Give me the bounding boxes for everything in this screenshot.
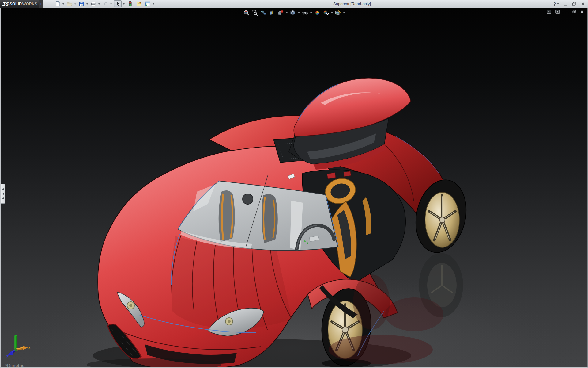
gullwing-door-skin: [294, 78, 411, 136]
viewport-3d-scene[interactable]: [1, 8, 587, 367]
view-orientation-button[interactable]: [289, 9, 297, 17]
expand-pane-arrow-icon: [2, 197, 4, 199]
open-dropdown-caret-icon[interactable]: [74, 3, 76, 5]
expand-pane-arrow-icon: [2, 188, 4, 190]
window-controls: ?: [553, 0, 585, 8]
new-document-icon: [54, 1, 61, 7]
pane-left-icon: [547, 10, 551, 14]
file-properties-button[interactable]: [135, 0, 142, 7]
restore-icon: [572, 2, 576, 6]
app-minimize-button[interactable]: [564, 2, 567, 6]
graphics-area[interactable]: X Z *Dimetric: [0, 8, 588, 368]
view-settings-caret-icon[interactable]: [343, 12, 345, 13]
standard-toolbar: [53, 0, 155, 8]
view-settings-icon: [335, 10, 341, 16]
document-title: Supercar [Read-only]: [333, 2, 371, 6]
new-button[interactable]: [54, 0, 64, 7]
edit-appearance-ball-icon: [314, 10, 321, 16]
zoom-to-fit-button[interactable]: [242, 9, 250, 17]
select-dropdown-caret-icon[interactable]: [123, 3, 125, 5]
help-icon: ?: [553, 2, 556, 6]
rollbar-mount-right: [344, 171, 351, 177]
save-dropdown-caret-icon[interactable]: [86, 3, 88, 5]
apply-scene-caret-icon[interactable]: [331, 12, 333, 13]
rebuild-traffic-light-icon: [126, 1, 134, 7]
view-settings-button[interactable]: [334, 9, 342, 17]
triad-x-label: X: [28, 346, 31, 350]
solidworks-logo-mark-icon: ƷS: [2, 2, 8, 6]
save-floppy-icon: [78, 1, 85, 7]
display-style-glasses-icon: [302, 10, 308, 16]
save-button[interactable]: [78, 0, 88, 7]
logo-text-bold: SOLID: [9, 2, 22, 6]
logo-text-light: WORKS: [22, 2, 37, 6]
expand-pane-arrow-icon: [2, 193, 4, 195]
apply-scene-button[interactable]: [322, 9, 330, 17]
doc-minimize-button[interactable]: [564, 10, 568, 14]
doc-restore-icon: [572, 10, 576, 14]
doc-restore-button[interactable]: [572, 10, 576, 14]
display-style-caret-icon[interactable]: [310, 12, 312, 13]
zoom-to-fit-icon: [243, 10, 250, 16]
print-icon: [90, 1, 97, 7]
options-list-icon: [144, 1, 151, 7]
document-window-controls: [547, 10, 584, 14]
app-close-button[interactable]: [581, 2, 585, 6]
solidworks-logo: ƷS SOLID WORKS: [0, 0, 39, 8]
open-button[interactable]: [66, 0, 76, 7]
options-dropdown-caret-icon[interactable]: [153, 3, 154, 5]
doc-minimize-icon: [564, 10, 568, 14]
select-cursor-icon: [114, 0, 122, 7]
triad-z-label: Z: [6, 355, 9, 359]
titlebar: ƷS SOLID WORKS ▸: [0, 0, 588, 8]
menu-flyout-arrow[interactable]: ▸: [39, 0, 43, 8]
section-view-icon: [269, 10, 275, 16]
print-button[interactable]: [90, 0, 100, 7]
collapse-left-pane-button[interactable]: [547, 10, 551, 14]
open-folder-icon: [66, 1, 73, 7]
zoom-to-area-button[interactable]: [251, 9, 259, 17]
new-dropdown-caret-icon[interactable]: [62, 3, 64, 5]
reference-triad: X Z: [5, 333, 31, 359]
annotation-views-button[interactable]: [277, 9, 285, 17]
select-button[interactable]: [114, 0, 125, 7]
section-view-button[interactable]: [268, 9, 276, 17]
rebuild-button[interactable]: [126, 0, 134, 7]
print-dropdown-caret-icon[interactable]: [98, 3, 100, 5]
undo-button[interactable]: [102, 0, 112, 7]
help-dropdown-caret-icon[interactable]: [557, 3, 559, 5]
help-button[interactable]: ?: [553, 2, 559, 6]
supercar-model[interactable]: [87, 78, 473, 367]
view-orientation-caret-icon[interactable]: [298, 12, 300, 13]
heads-up-view-toolbar: [242, 9, 346, 17]
options-button[interactable]: [144, 0, 154, 7]
annotation-views-caret-icon[interactable]: [286, 12, 288, 13]
file-properties-note-icon: [135, 1, 142, 7]
featuremanager-collapsed-tab[interactable]: [1, 184, 5, 204]
pane-right-icon: [555, 10, 560, 14]
view-orientation-label: *Dimetric: [5, 363, 24, 368]
minimize-icon: [564, 2, 567, 6]
zoom-to-area-icon: [251, 10, 258, 16]
previous-view-button[interactable]: [259, 9, 267, 17]
display-style-button[interactable]: [301, 9, 309, 17]
view-orientation-cube-icon: [289, 10, 296, 16]
previous-view-icon: [260, 10, 267, 16]
undo-dropdown-caret-icon[interactable]: [110, 3, 112, 5]
undo-arrow-icon: [102, 1, 109, 7]
annotation-views-icon: [277, 10, 284, 16]
expand-right-pane-button[interactable]: [555, 10, 560, 14]
doc-close-button[interactable]: [580, 10, 584, 14]
app-restore-button[interactable]: [572, 2, 576, 6]
doc-close-icon: [580, 10, 584, 14]
close-icon: [581, 2, 585, 6]
edit-appearance-button[interactable]: [313, 9, 321, 17]
apply-scene-icon: [322, 10, 329, 16]
